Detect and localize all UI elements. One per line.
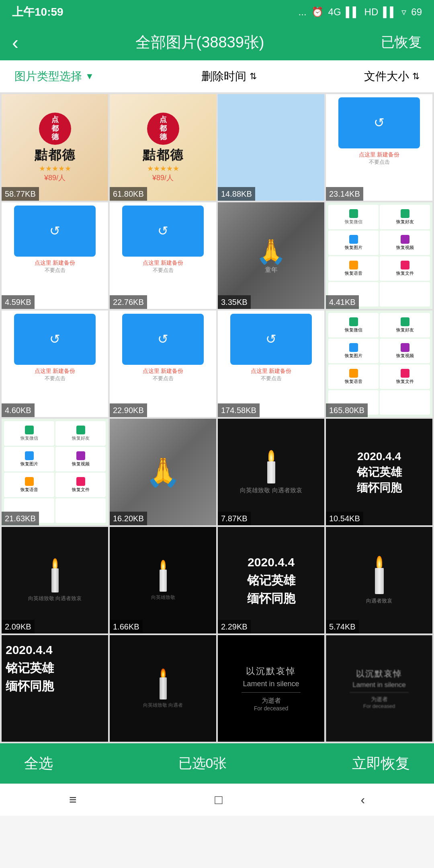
status-icons: ... ⏰ 4G ▌▌ HD ▌▌ ▿ 69 (299, 6, 422, 18)
signal-bars-2: ▌▌ (383, 6, 397, 18)
top-nav: ‹ 全部图片(38839张) 已恢复 (0, 24, 434, 60)
back-nav-button[interactable]: ‹ (360, 792, 365, 807)
signal-icon: ... (299, 6, 307, 18)
size-filter-arrow: ⇅ (412, 71, 420, 82)
hd-icon: HD (364, 6, 379, 18)
grid-item-11[interactable]: ↺ 点这里 新建备份 不要点击 174.58KB (218, 311, 324, 417)
system-nav: ≡ □ ‹ (0, 784, 434, 816)
size-badge-16: 10.54KB (326, 512, 363, 525)
grid-item-1[interactable]: 点都德 黠都德 ★★★★★ ¥89/人 58.77KB (2, 94, 108, 201)
size-badge-14: 16.20KB (110, 512, 147, 525)
menu-button[interactable]: ≡ (69, 792, 77, 807)
restore-button[interactable]: 立即恢复 (352, 754, 410, 773)
size-badge-17: 2.09KB (2, 620, 35, 634)
grid-item-3[interactable]: 14.88KB (218, 94, 324, 201)
size-badge-1: 58.77KB (2, 187, 39, 201)
size-badge-15: 7.87KB (218, 512, 251, 525)
size-badge-19: 2.29KB (218, 620, 251, 634)
grid-item-15[interactable]: 向英雄致敬 向遇者致哀 7.87KB (218, 419, 324, 525)
type-filter[interactable]: 图片类型选择 ▼ (8, 65, 100, 88)
grid-item-6[interactable]: ↺ 点这里 新建备份 不要点击 22.76KB (110, 202, 216, 309)
grid-item-7[interactable]: 🙏 童年 3.35KB (218, 202, 324, 309)
size-filter[interactable]: 文件大小 ⇅ (358, 65, 426, 88)
grid-item-22[interactable]: 向英雄致敬 向遇者 (110, 635, 216, 742)
grid-item-8[interactable]: 恢复微信 恢复好友 恢复图片 恢复视频 恢复语音 恢复文件 (326, 202, 432, 309)
size-badge-8: 4.41KB (326, 295, 359, 309)
grid-item-23[interactable]: 以沉默哀悼 Lament in silence 为逝者 For deceased (218, 635, 324, 742)
grid-item-9[interactable]: ↺ 点这里 新建备份 不要点击 4.60KB (2, 311, 108, 417)
battery-icon: 69 (411, 6, 422, 18)
size-badge-6: 22.76KB (110, 295, 147, 309)
grid-item-19[interactable]: 2020.4.4铭记英雄缅怀同胞 2.29KB (218, 527, 324, 634)
page-title: 全部图片(38839张) (135, 32, 264, 53)
signal-bars: ▌▌ (346, 6, 360, 18)
selected-count: 已选0张 (178, 754, 227, 773)
data-icon: 4G (328, 6, 341, 18)
grid-item-16[interactable]: 2020.4.4铭记英雄缅怀同胞 10.54KB (326, 419, 432, 525)
grid-item-14[interactable]: 🙏 16.20KB (110, 419, 216, 525)
sort-filter-label: 删除时间 (201, 69, 246, 84)
sort-filter[interactable]: 删除时间 ⇅ (195, 65, 263, 88)
back-button[interactable]: ‹ (12, 31, 18, 53)
home-button[interactable]: □ (215, 792, 222, 807)
size-badge-10: 22.90KB (110, 403, 147, 417)
size-badge-12: 165.80KB (326, 403, 368, 417)
size-filter-label: 文件大小 (364, 69, 409, 84)
size-badge-4: 23.14KB (326, 187, 363, 201)
size-badge-2: 61.80KB (110, 187, 147, 201)
image-grid: 点都德 黠都德 ★★★★★ ¥89/人 58.77KB 点都德 黠都德 ★★★★… (0, 93, 434, 743)
size-badge-3: 14.88KB (218, 187, 255, 201)
grid-item-21[interactable]: 2020.4.4铭记英雄缅怀同胞 (2, 635, 108, 742)
size-badge-20: 5.74KB (326, 620, 359, 634)
grid-item-12[interactable]: 恢复微信 恢复好友 恢复图片 恢复视频 恢复语音 恢复文件 (326, 311, 432, 417)
grid-item-2[interactable]: 点都德 黠都德 ★★★★★ ¥89/人 61.80KB (110, 94, 216, 201)
restored-button[interactable]: 已恢复 (381, 33, 422, 51)
wifi-icon: ▿ (401, 6, 406, 18)
alarm-icon: ⏰ (311, 6, 323, 18)
grid-item-10[interactable]: ↺ 点这里 新建备份 不要点击 22.90KB (110, 311, 216, 417)
size-badge-11: 174.58KB (218, 403, 260, 417)
grid-item-17[interactable]: 向英雄致敬 向遇者致哀 2.09KB (2, 527, 108, 634)
grid-item-4[interactable]: ↺ 点这里 新建备份 不要点击 23.14KB (326, 94, 432, 201)
bottom-bar: 全选 已选0张 立即恢复 (0, 743, 434, 784)
size-badge-18: 1.66KB (110, 620, 143, 634)
grid-item-5[interactable]: ↺ 点这里 新建备份 不要点击 4.59KB (2, 202, 108, 309)
grid-item-13[interactable]: 恢复微信 恢复好友 恢复图片 恢复视频 恢复语音 恢复文件 (2, 419, 108, 525)
select-all-button[interactable]: 全选 (24, 754, 53, 773)
filter-bar: 图片类型选择 ▼ 删除时间 ⇅ 文件大小 ⇅ (0, 60, 434, 93)
sort-filter-arrow: ⇅ (250, 71, 257, 82)
status-time: 上午10:59 (12, 4, 63, 20)
grid-item-18[interactable]: 向英雄致敬 1.66KB (110, 527, 216, 634)
size-badge-9: 4.60KB (2, 403, 35, 417)
grid-item-24[interactable]: 以沉默哀悼 Lament in silence 为逝者 For deceased (326, 635, 432, 742)
size-badge-7: 3.35KB (218, 295, 251, 309)
status-bar: 上午10:59 ... ⏰ 4G ▌▌ HD ▌▌ ▿ 69 (0, 0, 434, 24)
size-badge-5: 4.59KB (2, 295, 35, 309)
type-filter-label: 图片类型选择 (14, 69, 82, 84)
type-filter-arrow: ▼ (85, 71, 94, 82)
grid-item-20[interactable]: 向遇者致哀 5.74KB (326, 527, 432, 634)
size-badge-13: 21.63KB (2, 512, 39, 525)
